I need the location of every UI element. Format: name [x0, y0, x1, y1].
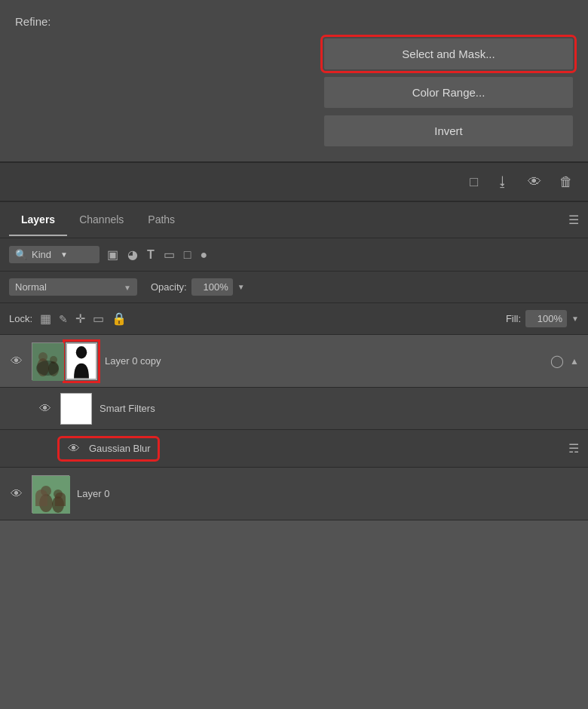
toolbar-row: □ ⭳ 👁 🗑 [0, 163, 588, 202]
layer-name: Gaussian Blur [89, 443, 151, 454]
fill-group: Fill: ▼ [506, 310, 579, 327]
smart-filters-thumb [60, 393, 92, 425]
visibility-icon[interactable]: 👁 [525, 171, 544, 193]
svg-point-1 [37, 358, 49, 376]
svg-point-3 [48, 361, 59, 376]
layer-photo-thumb [32, 475, 69, 513]
sliders-icon[interactable]: ☴ [568, 441, 579, 456]
svg-point-8 [39, 494, 53, 512]
fill-label: Fill: [506, 313, 521, 324]
svg-point-6 [76, 346, 87, 358]
svg-rect-0 [32, 343, 64, 381]
invert-button[interactable]: Invert [324, 115, 573, 146]
layer-right-icons: ◯ ▲ [550, 354, 579, 368]
kind-dropdown-arrow: ▼ [60, 250, 68, 259]
image-filter-icon[interactable]: ▣ [107, 247, 118, 262]
svg-point-10 [52, 496, 64, 513]
smart-filter-icon[interactable]: □ [184, 248, 191, 262]
fill-icon[interactable]: ⭳ [493, 171, 513, 193]
svg-point-9 [41, 486, 51, 496]
lock-image-icon[interactable]: ✎ [59, 313, 68, 325]
lock-icons: ▦ ✎ ✛ ▭ 🔒 [40, 312, 127, 326]
tabs-row: Layers Channels Paths ☰ [0, 202, 588, 238]
marquee-icon[interactable]: □ [467, 171, 481, 193]
fill-input[interactable] [525, 310, 567, 327]
layers-list: 👁 [0, 335, 588, 520]
tab-channels[interactable]: Channels [67, 204, 136, 236]
color-range-button[interactable]: Color Range... [324, 77, 573, 108]
layer-circle-icon[interactable]: ◯ [550, 354, 564, 368]
svg-point-4 [50, 356, 57, 364]
list-item[interactable]: 👁 Smart Filters [0, 388, 588, 430]
lock-label: Lock: [9, 313, 32, 324]
layer-name: Layer 0 copy [105, 355, 543, 367]
visibility-toggle[interactable]: 👁 [38, 402, 53, 416]
panel-menu-icon[interactable]: ☰ [568, 213, 579, 227]
text-filter-icon[interactable]: T [147, 248, 155, 262]
blend-row: Normal Multiply Screen Overlay ▼ Opacity… [0, 272, 588, 303]
layer-name: Layer 0 [77, 488, 579, 499]
layer-thumb-pair [32, 342, 97, 380]
pin-filter-icon[interactable]: ● [200, 248, 207, 262]
lock-position-icon[interactable]: ✛ [75, 312, 85, 326]
blend-mode-select[interactable]: Normal Multiply Screen Overlay [9, 278, 137, 296]
adjust-filter-icon[interactable]: ◕ [127, 247, 138, 262]
visibility-toggle[interactable]: 👁 [66, 442, 81, 456]
opacity-dropdown-arrow[interactable]: ▼ [237, 283, 245, 291]
opacity-input[interactable] [191, 278, 233, 296]
search-icon: 🔍 [15, 249, 27, 260]
fill-dropdown-arrow[interactable]: ▼ [571, 315, 579, 323]
kind-select[interactable]: 🔍 Kind ▼ [9, 246, 100, 263]
select-and-mask-button[interactable]: Select and Mask... [324, 38, 573, 69]
tab-layers[interactable]: Layers [9, 204, 67, 236]
shape-filter-icon[interactable]: ▭ [164, 247, 175, 262]
lock-pixels-icon[interactable]: ▦ [40, 312, 51, 326]
lock-all-icon[interactable]: 🔒 [112, 312, 127, 326]
lock-row: Lock: ▦ ✎ ✛ ▭ 🔒 Fill: ▼ [0, 303, 588, 335]
visibility-toggle[interactable]: 👁 [9, 354, 24, 368]
opacity-group: Opacity: ▼ [151, 278, 245, 296]
visibility-toggle[interactable]: 👁 [9, 487, 24, 501]
opacity-label: Opacity: [151, 281, 187, 293]
list-item[interactable]: 👁 Gaussian Blur ☴ [0, 430, 588, 468]
svg-point-11 [54, 490, 63, 499]
trash-icon[interactable]: 🗑 [556, 171, 576, 193]
layer-mask-thumb [66, 342, 97, 380]
refine-section: Refine: Select and Mask... Color Range..… [0, 0, 588, 163]
layer-name: Smart Filters [100, 403, 579, 414]
refine-label: Refine: [15, 15, 573, 28]
filter-row: 🔍 Kind ▼ ▣ ◕ T ▭ □ ● [0, 238, 588, 272]
layer-collapse-icon[interactable]: ▲ [570, 356, 579, 367]
refine-buttons: Select and Mask... Color Range... Invert [15, 38, 573, 146]
layer-right-icons: ☴ [568, 441, 579, 456]
svg-point-2 [38, 352, 47, 361]
blend-mode-select-wrapper[interactable]: Normal Multiply Screen Overlay ▼ [9, 278, 137, 296]
lock-artboard-icon[interactable]: ▭ [93, 312, 104, 326]
kind-label: Kind [32, 249, 51, 260]
filter-icons: ▣ ◕ T ▭ □ ● [107, 247, 207, 262]
list-item[interactable]: 👁 Layer 0 [0, 468, 588, 520]
tab-paths[interactable]: Paths [136, 204, 187, 236]
list-item[interactable]: 👁 [0, 335, 588, 388]
layer-photo-thumb [32, 342, 63, 380]
